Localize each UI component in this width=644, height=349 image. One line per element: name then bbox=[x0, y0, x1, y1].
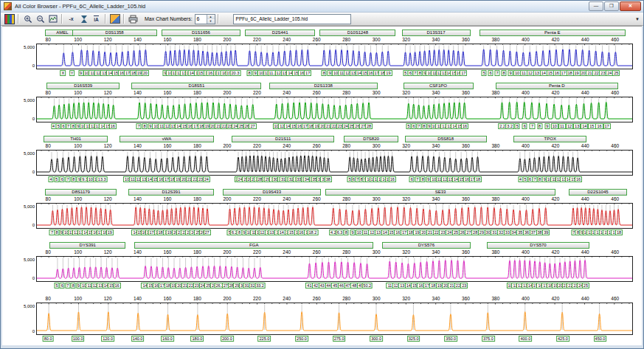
title-bar[interactable]: All Color Browser - PPFu_6C_Allelic_Ladd… bbox=[1, 1, 643, 13]
axis-tick-label: 440 bbox=[581, 37, 589, 42]
allele-label: 8 bbox=[71, 283, 76, 288]
chart-zoom-button[interactable] bbox=[47, 14, 58, 24]
axis-tick-label: 460 bbox=[611, 143, 619, 148]
chart-zoom-icon bbox=[49, 15, 58, 24]
axis-tick-label: 180 bbox=[193, 90, 201, 95]
axis-tick-label: 360 bbox=[462, 90, 470, 95]
allele-label: 6 bbox=[409, 176, 415, 182]
axis-tick-label: 100 bbox=[74, 143, 82, 148]
axis-tick-label: 280 bbox=[342, 90, 350, 95]
trace-panel-orange-ils[interactable]: 5,0000 bbox=[36, 303, 633, 335]
axis-tick-label: 440 bbox=[581, 296, 589, 301]
marker-header-d3s1358: D3S1358 bbox=[72, 30, 157, 36]
axis-tick-label: 420 bbox=[551, 143, 559, 148]
allele-label: 450.0 bbox=[594, 336, 607, 342]
allele-label: 350.0 bbox=[444, 336, 457, 342]
zoom-in-button[interactable] bbox=[22, 14, 33, 24]
maximize-button[interactable]: ❐ bbox=[604, 1, 619, 11]
axis-tick-label: 440 bbox=[581, 90, 589, 95]
marker-header-strip: TH01vWAD21S11D7S820D5S818TPOX bbox=[36, 136, 633, 142]
y-axis-max-label: 5,000 bbox=[24, 98, 35, 103]
dye-trace bbox=[37, 156, 632, 172]
axis-tick-label: 80 bbox=[46, 37, 51, 42]
spinner-down-button[interactable]: ▼ bbox=[207, 19, 215, 24]
allele-label: 7 bbox=[136, 123, 142, 129]
allele-label: 8 bbox=[322, 70, 327, 76]
marker-header-fga: FGA bbox=[134, 242, 373, 249]
auto-label-button[interactable]: iA bbox=[91, 14, 102, 24]
allele-label: 275.0 bbox=[333, 336, 346, 342]
allele-label: 140.0 bbox=[131, 336, 145, 342]
allele-label: 3.2 bbox=[505, 123, 514, 129]
axis-tick-label: 220 bbox=[253, 143, 261, 148]
trace-panel-blue[interactable]: 5,0000 bbox=[36, 44, 633, 69]
allele-label: 325.0 bbox=[407, 336, 420, 342]
minimize-button[interactable]: — bbox=[589, 1, 603, 11]
allele-label: 250.0 bbox=[295, 336, 308, 342]
axis-tick-label: 320 bbox=[402, 196, 410, 201]
marker-header-tpox: TPOX bbox=[513, 136, 586, 142]
allele-label: 28 bbox=[365, 123, 373, 129]
axis-tick-label: 260 bbox=[313, 90, 321, 95]
allele-label: 17 bbox=[304, 70, 311, 76]
allele-label: 6 bbox=[60, 176, 65, 182]
marker-header-d8s1179: D8S1179 bbox=[45, 189, 117, 196]
allele-label: 16 bbox=[389, 176, 396, 182]
axis-tick-label: 340 bbox=[432, 143, 440, 148]
axis-tick-label: 180 bbox=[193, 143, 201, 148]
channel-row-blue: AMELD3S1358D1S1656D2S441D10S1248D13S317P… bbox=[36, 30, 633, 78]
marker-header-d1s1656: D1S1656 bbox=[162, 30, 240, 36]
allele-label: 6.3 bbox=[336, 229, 344, 235]
axis-tick-label: 280 bbox=[342, 196, 350, 201]
trace-panel-red[interactable]: 5,0000 bbox=[36, 203, 633, 229]
full-scale-button[interactable] bbox=[78, 14, 89, 24]
axis-tick-label: 200 bbox=[223, 90, 231, 95]
axis-tick-label: 100 bbox=[74, 90, 82, 95]
allele-label-strip: 5678910111213141516141516171819202122232… bbox=[36, 282, 633, 291]
allele-label: X bbox=[60, 70, 66, 76]
axis-tick-label: 300 bbox=[373, 143, 381, 148]
axis-tick-label: 320 bbox=[402, 90, 410, 95]
full-scale-icon bbox=[80, 15, 89, 24]
axis-tick-label: 400 bbox=[522, 143, 530, 148]
allele-label: 7 bbox=[415, 176, 420, 182]
allele-label: 10 bbox=[551, 123, 558, 129]
allele-label: 27 bbox=[249, 123, 256, 129]
max-chart-numbers-spinner[interactable]: 6 ▲ ▼ bbox=[195, 14, 215, 24]
marker-header-d12s391: D12S391 bbox=[128, 189, 213, 196]
trace-panel-green[interactable]: 5,0000 bbox=[36, 97, 633, 122]
print-icon bbox=[128, 15, 138, 24]
file-tab[interactable]: PPFu_6C_Allelic_Ladder_105.hid bbox=[233, 14, 351, 24]
marker-header-se33: SE33 bbox=[325, 189, 555, 196]
toolbar-overflow-button[interactable]: ▼ bbox=[635, 17, 640, 21]
allele-label: 19 bbox=[384, 70, 392, 76]
channel-row-red: D8S1179D12S391D19S433SE33D22S10458010012… bbox=[36, 189, 633, 238]
dye-trace bbox=[37, 207, 632, 225]
allele-label: 33.2 bbox=[255, 283, 266, 288]
allele-label: 180.0 bbox=[191, 336, 204, 342]
allele-label: 120.0 bbox=[101, 336, 114, 342]
axis-tick-label: 400 bbox=[522, 37, 530, 42]
remove-x-axis-button[interactable]: -x bbox=[66, 14, 77, 24]
print-button[interactable] bbox=[128, 14, 139, 24]
allele-label: 8 bbox=[71, 176, 76, 182]
axis-tick-label: 140 bbox=[134, 90, 142, 95]
axis-tick-label: 280 bbox=[342, 37, 350, 42]
charts-area: AMELD3S1358D1S1656D2S441D10S1248D13S317P… bbox=[2, 26, 642, 345]
zoom-out-button[interactable] bbox=[35, 14, 46, 24]
axis-tick-label: 260 bbox=[313, 37, 321, 42]
trace-panel-black[interactable]: 5,0000 bbox=[36, 150, 633, 176]
close-button[interactable]: ✕ bbox=[620, 1, 641, 11]
color-browser-button[interactable] bbox=[4, 14, 15, 24]
remove-x-axis-icon: -x bbox=[69, 15, 73, 23]
axis-tick-label: 160 bbox=[164, 143, 172, 148]
allele-label: 7 bbox=[65, 283, 70, 288]
allele-label-strip: 789101112131415161718191415161717.31818.… bbox=[36, 229, 633, 238]
channel-row-green: D16S539D18S51D2S1338CSF1POPenta D8010012… bbox=[36, 83, 633, 131]
marker-header-d2s441: D2S441 bbox=[245, 30, 315, 36]
trace-panel-magenta[interactable]: 5,0000 bbox=[36, 256, 633, 282]
capture-button[interactable] bbox=[109, 14, 120, 24]
trace-plot-green bbox=[37, 97, 632, 122]
axis-tick-label: 320 bbox=[402, 37, 410, 42]
axis-tick-label: 340 bbox=[432, 37, 440, 42]
